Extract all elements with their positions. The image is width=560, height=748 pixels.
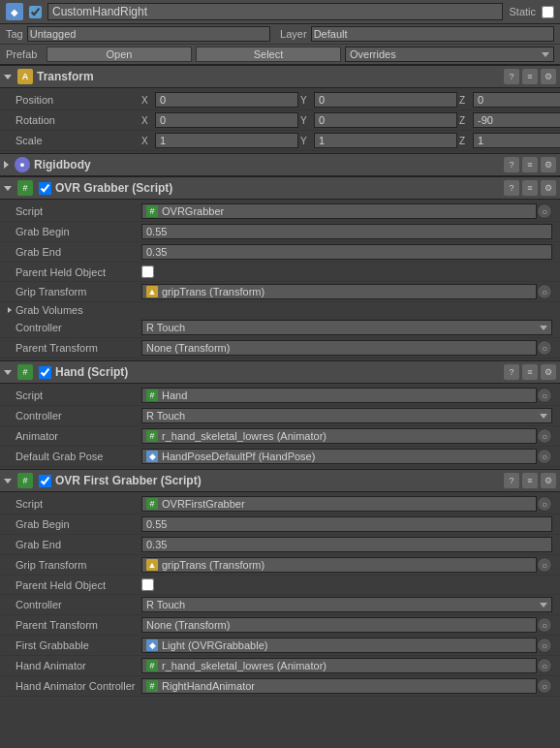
scale-y-label: Y xyxy=(300,136,312,146)
ovr-first-grabber-help-icon[interactable]: ? xyxy=(504,473,519,488)
ovr-grabber-grip-transform-label: Grip Transform xyxy=(16,286,141,297)
ovr-grabber-grab-begin-field[interactable] xyxy=(141,224,552,239)
scale-z-field[interactable] xyxy=(473,133,560,148)
object-active-checkbox[interactable] xyxy=(29,6,42,18)
ovr-fg-grip-circle[interactable]: ○ xyxy=(537,557,552,573)
hand-title: Hand (Script) xyxy=(55,365,500,379)
ovr-first-grabber-section-header[interactable]: # OVR First Grabber (Script) ? ≡ ⚙ xyxy=(0,469,560,492)
object-name-field[interactable] xyxy=(47,3,503,20)
pos-x-field[interactable] xyxy=(155,92,298,108)
hand-gear-icon[interactable]: ⚙ xyxy=(541,364,556,380)
ovr-grabber-checkbox[interactable] xyxy=(39,182,51,195)
hand-default-grab-circle[interactable]: ○ xyxy=(537,449,552,464)
ovr-fg-parent-transform-label: Parent Transform xyxy=(16,619,141,631)
ovr-grabber-parent-transform-field: None (Transform) xyxy=(141,340,537,356)
ovr-grabber-parent-transform-value: None (Transform) xyxy=(146,342,230,354)
ovr-grabber-grab-begin-label: Grab Begin xyxy=(16,226,141,237)
ovr-fg-hand-animator-controller-value: RightHandAnimator xyxy=(162,680,255,692)
ovr-grabber-grab-end-field[interactable] xyxy=(141,244,552,260)
rigidbody-section-header[interactable]: ● Rigidbody ? ≡ ⚙ xyxy=(0,153,560,176)
hand-checkbox[interactable] xyxy=(39,366,51,379)
transform-section-header[interactable]: A Transform ? ≡ ⚙ xyxy=(0,65,560,88)
ovr-fg-hand-animator-field: # r_hand_skeletal_lowres (Animator) xyxy=(141,658,537,673)
rigidbody-layout-icon[interactable]: ≡ xyxy=(522,157,538,172)
prefab-row: Prefab Open Select Overrides xyxy=(0,45,560,65)
scale-y-field[interactable] xyxy=(314,133,457,148)
hand-animator-icon: # xyxy=(146,430,158,442)
ovr-fg-first-grabbable-circle[interactable]: ○ xyxy=(537,638,552,653)
static-checkbox[interactable] xyxy=(542,6,554,18)
prefab-select-button[interactable]: Select xyxy=(196,47,341,62)
ovr-grabber-parent-held-checkbox[interactable] xyxy=(141,265,154,278)
transform-help-icon[interactable]: ? xyxy=(504,69,519,84)
ovr-grabber-grip-circle[interactable]: ○ xyxy=(537,284,552,299)
transform-gear-icon[interactable]: ⚙ xyxy=(541,69,556,84)
ovr-fg-grip-transform-value: gripTrans (Transform) xyxy=(162,559,264,571)
ovr-first-grabber-layout-icon[interactable]: ≡ xyxy=(522,473,538,488)
ovr-grabber-parent-circle[interactable]: ○ xyxy=(537,340,552,356)
scale-z-label: Z xyxy=(459,136,471,146)
rot-x-field[interactable] xyxy=(155,112,298,128)
hand-help-icon[interactable]: ? xyxy=(504,364,519,380)
pos-y-label: Y xyxy=(300,95,312,106)
prefab-overrides-select[interactable]: Overrides xyxy=(345,47,554,62)
hand-layout-icon[interactable]: ≡ xyxy=(522,364,538,380)
ovr-fg-parent-circle[interactable]: ○ xyxy=(537,617,552,633)
hand-script-row: Script # Hand ○ xyxy=(0,386,560,406)
hand-default-grab-value: HandPoseDefaultPf (HandPose) xyxy=(162,451,315,462)
grab-volumes-row[interactable]: Grab Volumes xyxy=(0,302,560,318)
ovr-fg-grab-end-field[interactable] xyxy=(141,537,552,552)
prefab-open-button[interactable]: Open xyxy=(47,47,192,62)
tag-select[interactable]: Untagged xyxy=(27,26,270,42)
ovr-fg-hand-animator-circle[interactable]: ○ xyxy=(537,658,552,673)
hand-script-circle[interactable]: ○ xyxy=(537,388,552,403)
pos-z-field[interactable] xyxy=(473,92,560,108)
ovr-fg-hand-animator-controller-circle[interactable]: ○ xyxy=(537,678,552,694)
rotation-row: Rotation X Y Z xyxy=(0,110,560,131)
ovr-first-grabber-triangle xyxy=(4,479,12,483)
ovr-first-grabber-checkbox[interactable] xyxy=(39,475,51,487)
hand-script-value: Hand xyxy=(162,390,187,401)
ovr-fg-hand-animator-value: r_hand_skeletal_lowres (Animator) xyxy=(162,660,327,671)
hand-section-header[interactable]: # Hand (Script) ? ≡ ⚙ xyxy=(0,360,560,384)
prefab-label: Prefab xyxy=(6,48,43,60)
hand-default-grab-field: ◆ HandPoseDefaultPf (HandPose) xyxy=(141,449,537,464)
ovr-grabber-script-icon: # xyxy=(146,205,158,217)
ovr-fg-script-circle[interactable]: ○ xyxy=(537,496,552,512)
ovr-fg-parent-held-row: Parent Held Object xyxy=(0,576,560,595)
hand-triangle xyxy=(4,370,12,375)
rot-z-field[interactable] xyxy=(473,112,560,128)
ovr-fg-grab-begin-field[interactable] xyxy=(141,516,552,532)
ovr-grabber-help-icon[interactable]: ? xyxy=(504,180,519,196)
rigidbody-help-icon[interactable]: ? xyxy=(504,157,519,172)
ovr-grabber-section-header[interactable]: # OVR Grabber (Script) ? ≡ ⚙ xyxy=(0,176,560,200)
ovr-first-grabber-gear-icon[interactable]: ⚙ xyxy=(541,473,556,488)
scale-label: Scale xyxy=(16,135,141,146)
ovr-fg-controller-select[interactable]: R Touch xyxy=(141,597,552,612)
ovr-grabber-gear-icon[interactable]: ⚙ xyxy=(541,180,556,196)
ovr-fg-first-grabbable-row: First Grabbable ◆ Light (OVRGrabbable) ○ xyxy=(0,636,560,656)
hand-script-label: Script xyxy=(16,390,141,401)
ovr-fg-grab-end-row: Grab End xyxy=(0,535,560,555)
scale-x-field[interactable] xyxy=(155,133,298,148)
ovr-fg-hand-animator-icon: # xyxy=(146,660,158,671)
rot-y-field[interactable] xyxy=(314,112,457,128)
ovr-fg-grip-tf-icon: ▲ xyxy=(146,559,158,571)
ovr-fg-hand-animator-controller-icon: # xyxy=(146,680,158,692)
ovr-grabber-script-circle[interactable]: ○ xyxy=(537,203,552,219)
ovr-grabber-layout-icon[interactable]: ≡ xyxy=(522,180,538,196)
transform-layout-icon[interactable]: ≡ xyxy=(522,69,538,84)
ovr-fg-parent-held-checkbox[interactable] xyxy=(141,578,154,591)
ovr-fg-first-grabbable-field: ◆ Light (OVRGrabbable) xyxy=(141,638,537,653)
hand-controller-select[interactable]: R Touch xyxy=(141,408,552,423)
rigidbody-gear-icon[interactable]: ⚙ xyxy=(541,157,556,172)
ovr-grabber-controller-select[interactable]: R Touch xyxy=(141,320,552,335)
ovr-grabber-script-field: # OVRGrabber xyxy=(141,203,537,219)
hand-animator-circle[interactable]: ○ xyxy=(537,428,552,444)
grab-volumes-label: Grab Volumes xyxy=(16,304,83,316)
layer-select[interactable]: Default xyxy=(311,26,554,42)
ovr-fg-first-grabbable-value: Light (OVRGrabbable) xyxy=(162,639,267,651)
ovr-fg-parent-transform-row: Parent Transform None (Transform) ○ xyxy=(0,615,560,636)
pos-y-field[interactable] xyxy=(314,92,457,108)
hand-animator-field: # r_hand_skeletal_lowres (Animator) xyxy=(141,428,537,444)
